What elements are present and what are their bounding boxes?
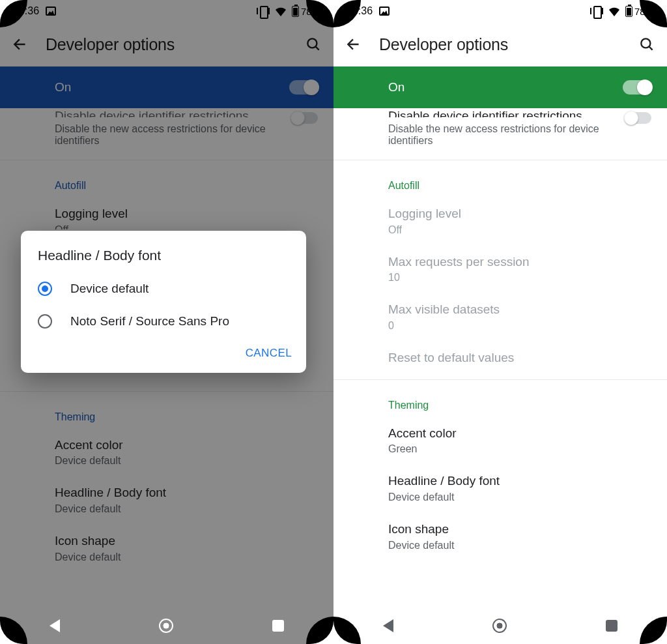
cancel-button[interactable]: CANCEL: [246, 347, 292, 360]
setting-device-id-restrictions[interactable]: Disable device identifier restrictions D…: [334, 108, 667, 156]
battery-indicator: 78%: [625, 6, 654, 17]
nav-home-icon[interactable]: [492, 619, 507, 633]
search-icon[interactable]: [638, 36, 655, 53]
radio-selected-icon: [38, 282, 52, 296]
nav-bar: [334, 607, 667, 644]
dialog-title: Headline / Body font: [21, 248, 306, 272]
nav-back-icon[interactable]: [50, 619, 60, 632]
dialog-option-device-default[interactable]: Device default: [21, 272, 306, 305]
setting-icon-shape[interactable]: Icon shape Device default: [334, 512, 667, 561]
master-switch-row[interactable]: On: [334, 66, 667, 108]
master-switch-label: On: [388, 80, 404, 95]
setting-max-visible-datasets[interactable]: Max visible datasets 0: [334, 293, 667, 341]
section-header-theming: Theming: [334, 384, 667, 417]
master-switch-toggle[interactable]: [623, 80, 651, 95]
nav-back-icon[interactable]: [383, 619, 393, 632]
status-bar: 18:36 78%: [334, 0, 667, 22]
divider: [334, 379, 667, 380]
section-header-autofill: Autofill: [334, 164, 667, 197]
image-notification-icon: [379, 7, 390, 16]
device-id-toggle[interactable]: [625, 112, 651, 124]
nav-bar: [0, 607, 334, 644]
font-dialog: Headline / Body font Device default Noto…: [21, 231, 306, 373]
app-bar: Developer options: [334, 22, 667, 66]
clock-text: 18:36: [347, 5, 373, 17]
setting-logging-level[interactable]: Logging level Off: [334, 197, 667, 245]
vibrate-icon: [590, 6, 603, 16]
phone-right: 18:36 78% Developer options On Disable d…: [334, 0, 667, 644]
phone-left: 18:36 78% Developer options On Disable d…: [0, 0, 334, 644]
setting-max-requests[interactable]: Max requests per session 10: [334, 245, 667, 293]
setting-device-id-sub: Disable the new access restrictions for …: [388, 123, 617, 147]
setting-headline-body-font[interactable]: Headline / Body font Device default: [334, 464, 667, 512]
page-title: Developer options: [379, 35, 621, 54]
setting-accent-color[interactable]: Accent color Green: [334, 417, 667, 465]
back-icon[interactable]: [345, 36, 362, 53]
divider: [334, 160, 667, 160]
nav-home-icon[interactable]: [159, 619, 173, 633]
wifi-icon: [608, 6, 620, 16]
nav-recents-icon[interactable]: [606, 620, 617, 632]
dialog-option-noto-serif[interactable]: Noto Serif / Source Sans Pro: [21, 305, 306, 338]
setting-reset-defaults[interactable]: Reset to default values: [334, 341, 667, 375]
nav-recents-icon[interactable]: [272, 620, 284, 632]
radio-unselected-icon: [38, 314, 52, 329]
